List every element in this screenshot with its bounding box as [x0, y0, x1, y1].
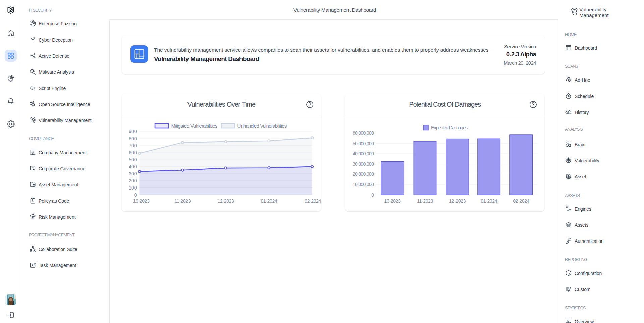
- svg-text:600: 600: [129, 150, 137, 155]
- svg-text:02-2024: 02-2024: [513, 198, 529, 204]
- svg-text:50,000,000: 50,000,000: [353, 141, 374, 146]
- svg-text:02-2024: 02-2024: [305, 198, 321, 204]
- svg-text:500: 500: [129, 157, 137, 162]
- svg-text:700: 700: [129, 143, 137, 148]
- svg-text:40,000,000: 40,000,000: [353, 151, 374, 156]
- svg-text:11-2023: 11-2023: [174, 198, 191, 204]
- svg-text:900: 900: [129, 129, 137, 134]
- svg-text:800: 800: [129, 136, 137, 141]
- svg-text:01-2024: 01-2024: [481, 198, 497, 204]
- svg-text:200: 200: [129, 178, 137, 183]
- svg-text:400: 400: [129, 164, 137, 169]
- svg-text:300: 300: [129, 171, 137, 176]
- svg-text:12-2023: 12-2023: [218, 198, 234, 204]
- svg-text:60,000,000: 60,000,000: [353, 130, 374, 136]
- svg-text:Unhandled Vulnerabilities: Unhandled Vulnerabilities: [237, 123, 287, 129]
- svg-text:0: 0: [371, 192, 374, 198]
- svg-text:100: 100: [129, 185, 137, 191]
- svg-text:30,000,000: 30,000,000: [353, 161, 374, 167]
- svg-text:Mitigated Vulnerabilities: Mitigated Vulnerabilities: [171, 123, 217, 129]
- svg-text:11-2023: 11-2023: [417, 198, 433, 204]
- svg-text:20,000,000: 20,000,000: [353, 171, 374, 177]
- svg-text:Expected Damages: Expected Damages: [431, 125, 468, 130]
- svg-text:0: 0: [134, 192, 137, 198]
- svg-text:01-2024: 01-2024: [261, 198, 277, 204]
- svg-text:10-2023: 10-2023: [133, 198, 150, 204]
- svg-text:10,000,000: 10,000,000: [353, 182, 374, 187]
- svg-text:12-2023: 12-2023: [449, 198, 466, 204]
- svg-text:10-2023: 10-2023: [384, 198, 401, 204]
